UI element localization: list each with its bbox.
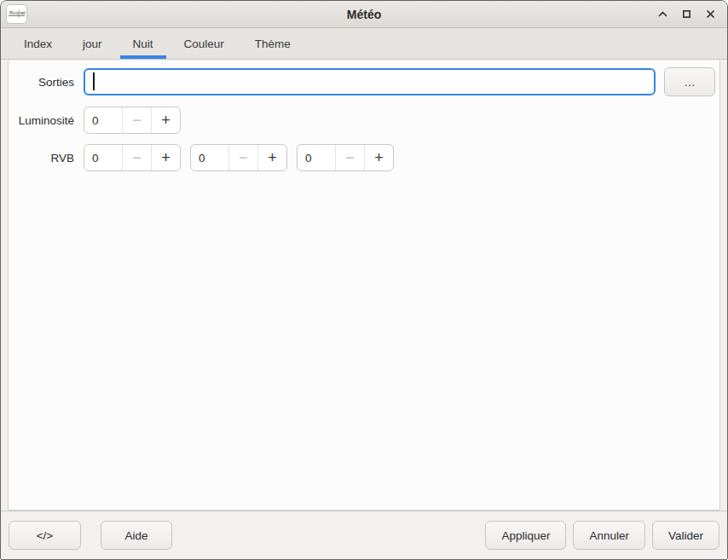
plus-button[interactable]: + <box>151 107 180 133</box>
minus-button[interactable]: − <box>335 145 364 170</box>
apply-button[interactable]: Appliquer <box>485 521 566 550</box>
plus-button[interactable]: + <box>151 145 180 170</box>
rvb-blue-value[interactable]: 0 <box>298 145 335 170</box>
sorties-input-wrap <box>84 68 656 95</box>
ok-button[interactable]: Valider <box>652 521 719 550</box>
rvb-green-value[interactable]: 0 <box>191 145 228 170</box>
maximize-button[interactable] <box>676 4 696 25</box>
chevron-up-icon <box>656 8 669 20</box>
tab-bar: Index jour Nuit Couleur Thème <box>1 28 727 60</box>
luminosite-label: Luminosité <box>9 114 84 127</box>
luminosite-value[interactable]: 0 <box>84 107 122 133</box>
minus-button[interactable]: − <box>122 107 151 133</box>
tab-theme[interactable]: Thème <box>242 28 303 59</box>
title-bar[interactable]: Rocrail Météo <box>1 1 727 28</box>
tab-jour[interactable]: jour <box>70 28 115 59</box>
action-bar-left: </> Aide <box>9 521 172 550</box>
xml-source-button[interactable]: </> <box>9 521 81 550</box>
sorties-label: Sorties <box>9 76 84 89</box>
tab-page-nuit: Sorties … Luminosité 0 − + RVB 0 − + <box>8 61 720 511</box>
plus-button[interactable]: + <box>257 145 286 170</box>
tab-couleur[interactable]: Couleur <box>171 28 237 59</box>
rvb-red-value[interactable]: 0 <box>84 145 122 170</box>
plus-button[interactable]: + <box>364 145 393 170</box>
luminosite-row: Luminosité 0 − + <box>9 107 719 134</box>
dialog-window: Rocrail Météo <box>0 0 728 560</box>
browse-button[interactable]: … <box>664 67 715 96</box>
minimize-button[interactable] <box>652 4 673 25</box>
sorties-row: Sorties … <box>9 67 719 96</box>
action-bar: </> Aide Appliquer Annuler Valider <box>1 511 727 559</box>
rvb-label: RVB <box>9 152 84 165</box>
sorties-input[interactable] <box>84 68 656 95</box>
rvb-row: RVB 0 − + 0 − + 0 − + <box>9 144 719 171</box>
action-bar-right: Appliquer Annuler Valider <box>485 521 719 550</box>
close-button[interactable] <box>700 4 720 25</box>
rocrail-app-icon: Rocrail <box>6 4 27 24</box>
cancel-button[interactable]: Annuler <box>573 521 645 550</box>
rvb-red-spinner: 0 − + <box>84 144 181 171</box>
window-title: Météo <box>1 8 727 21</box>
close-x-icon <box>704 8 717 20</box>
rvb-blue-spinner: 0 − + <box>297 144 394 171</box>
minus-button[interactable]: − <box>228 145 257 170</box>
minus-button[interactable]: − <box>122 145 151 170</box>
rvb-green-spinner: 0 − + <box>190 144 287 171</box>
help-button[interactable]: Aide <box>101 521 172 550</box>
tab-index[interactable]: Index <box>11 28 65 59</box>
luminosite-spinner: 0 − + <box>84 107 181 134</box>
tab-nuit[interactable]: Nuit <box>120 28 166 59</box>
app-icon-label: Rocrail <box>9 10 26 15</box>
maximize-square-icon <box>680 8 693 20</box>
window-controls <box>652 4 720 25</box>
